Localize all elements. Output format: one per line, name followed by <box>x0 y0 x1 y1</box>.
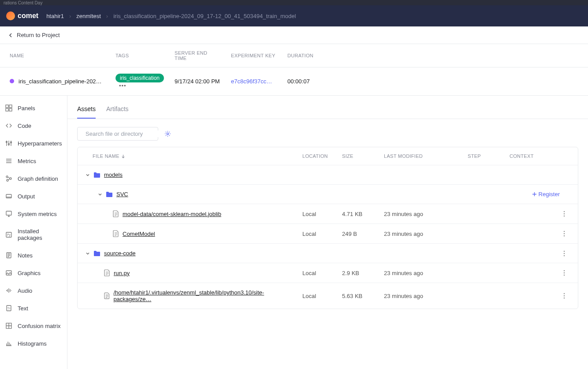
col-size[interactable]: SIZE <box>338 153 380 159</box>
sidebar-item-code[interactable]: Code <box>0 117 67 134</box>
cell-size: 4.71 KB <box>338 211 380 217</box>
cell-modified: 23 minutes ago <box>380 211 463 217</box>
svg-point-37 <box>564 295 565 296</box>
file-name[interactable]: model-data/comet-sklearn-model.joblib <box>123 211 221 217</box>
matrix-icon <box>5 322 12 329</box>
sidebar-item-histograms[interactable]: Histograms <box>0 335 67 352</box>
chevron-down-icon[interactable] <box>86 173 90 177</box>
sidebar-item-label: Graphics <box>18 270 41 276</box>
metrics-icon <box>5 157 12 164</box>
file-row[interactable]: CometModelLocal249 B23 minutes ago <box>78 224 578 243</box>
tab-artifacts[interactable]: Artifacts <box>106 104 129 119</box>
col-location[interactable]: LOCATION <box>298 153 338 159</box>
file-row[interactable]: model-data/comet-sklearn-model.joblibLoc… <box>78 204 578 224</box>
col-key: EXPERIMENT KEY <box>226 44 282 67</box>
histogram-icon <box>5 340 12 347</box>
sidebar-item-label: System metrics <box>18 211 57 217</box>
cell-size: 5.63 KB <box>338 293 380 299</box>
plus-icon <box>532 192 537 197</box>
file-name[interactable]: CometModel <box>123 231 155 237</box>
chevron-down-icon[interactable] <box>86 251 90 256</box>
sidebar: PanelsCodeHyperparametersMetricsGraph de… <box>0 96 67 369</box>
graph-icon <box>5 175 12 182</box>
col-dur: DURATION <box>282 44 588 67</box>
crumb-project[interactable]: zenmltest <box>76 13 101 19</box>
experiment-key[interactable]: e7c8c96f37cc… <box>231 78 272 85</box>
sidebar-item-installed-packages[interactable]: PyInstalled packages <box>0 223 67 246</box>
folder-row[interactable]: source-code <box>78 243 578 263</box>
sidebar-item-label: Notes <box>18 252 33 259</box>
cell-size: 2.9 KB <box>338 270 380 276</box>
svg-point-32 <box>564 255 565 256</box>
sidebar-item-text[interactable]: TтText <box>0 299 67 317</box>
chevron-right-icon: › <box>106 13 108 19</box>
more-vertical-icon[interactable] <box>563 293 565 299</box>
svg-point-31 <box>564 253 565 253</box>
svg-point-20 <box>167 133 168 134</box>
sidebar-item-audio[interactable]: Audio <box>0 282 67 299</box>
folder-name[interactable]: source-code <box>104 250 136 257</box>
package-icon: Py <box>5 231 12 238</box>
svg-point-26 <box>564 216 565 216</box>
svg-point-25 <box>564 213 565 214</box>
svg-text:Py: Py <box>7 233 11 237</box>
tag-badge[interactable]: iris_classification <box>115 74 164 82</box>
sidebar-item-output[interactable]: Output <box>0 187 67 205</box>
folder-name[interactable]: models <box>104 171 123 178</box>
sidebar-item-panels[interactable]: Panels <box>0 99 67 117</box>
more-vertical-icon[interactable] <box>563 250 565 257</box>
more-vertical-icon[interactable] <box>563 231 565 237</box>
search-input[interactable] <box>86 130 160 137</box>
file-row[interactable]: /home/htahir1/.virtualenvs/zenml_stable/… <box>78 283 578 309</box>
file-name[interactable]: /home/htahir1/.virtualenvs/zenml_stable/… <box>113 289 294 302</box>
sidebar-item-label: Text <box>18 305 28 312</box>
col-modified[interactable]: LAST MODIFIED <box>380 153 463 159</box>
crumb-experiment: iris_classification_pipeline-2024_09_17-… <box>113 13 296 19</box>
folder-row[interactable]: SVCRegister <box>78 184 578 204</box>
chevron-down-icon[interactable] <box>98 192 102 197</box>
more-vertical-icon[interactable] <box>563 270 565 276</box>
comet-logo-icon <box>6 11 15 20</box>
experiment-info-table: NAME TAGS SERVER END TIME EXPERIMENT KEY… <box>0 44 588 96</box>
col-filename[interactable]: FILE NAME <box>78 153 298 159</box>
return-to-project[interactable]: Return to Project <box>0 26 588 44</box>
more-tags-icon[interactable]: ••• <box>119 82 127 89</box>
folder-icon <box>93 172 100 178</box>
sidebar-item-system-metrics[interactable]: System metrics <box>0 205 67 223</box>
crumb-workspace[interactable]: htahir1 <box>46 13 64 19</box>
sidebar-item-label: Metrics <box>18 158 36 164</box>
sidebar-item-hyperparameters[interactable]: Hyperparameters <box>0 134 67 152</box>
cell-modified: 23 minutes ago <box>380 231 463 237</box>
image-icon <box>5 269 12 276</box>
chevron-right-icon: › <box>69 13 71 19</box>
svg-text:Tт: Tт <box>7 307 11 310</box>
register-button[interactable]: Register <box>532 191 560 198</box>
experiment-row[interactable]: iris_classification_pipeline-202… iris_c… <box>0 67 588 96</box>
file-row[interactable]: run.pyLocal2.9 KB23 minutes ago <box>78 263 578 283</box>
folder-row[interactable]: models <box>78 165 578 184</box>
col-step[interactable]: STEP <box>463 153 505 159</box>
svg-point-33 <box>564 270 565 271</box>
file-icon <box>113 230 119 237</box>
sidebar-item-confusion-matrix[interactable]: Confusion matrix <box>0 317 67 335</box>
tab-assets[interactable]: Assets <box>77 104 96 119</box>
sidebar-item-graph-definition[interactable]: Graph definition <box>0 170 67 187</box>
folder-name[interactable]: SVC <box>116 191 128 198</box>
gear-icon[interactable] <box>164 130 171 137</box>
file-icon <box>104 292 110 299</box>
sidebar-item-metrics[interactable]: Metrics <box>0 152 67 170</box>
search-input-wrapper <box>77 127 158 141</box>
svg-point-24 <box>564 211 565 212</box>
more-vertical-icon[interactable] <box>563 211 565 217</box>
breadcrumb: htahir1 › zenmltest › iris_classificatio… <box>46 13 296 19</box>
output-icon <box>5 193 12 200</box>
file-name[interactable]: run.py <box>114 270 130 276</box>
sidebar-item-notes[interactable]: Notes <box>0 246 67 264</box>
sidebar-item-graphics[interactable]: Graphics <box>0 264 67 282</box>
col-context[interactable]: CONTEXT <box>505 153 545 159</box>
col-name: NAME <box>0 44 110 67</box>
sidebar-item-label: Output <box>18 193 35 200</box>
svg-rect-1 <box>9 105 12 108</box>
brand-logo[interactable]: comet <box>6 11 38 20</box>
folder-icon <box>93 250 100 257</box>
